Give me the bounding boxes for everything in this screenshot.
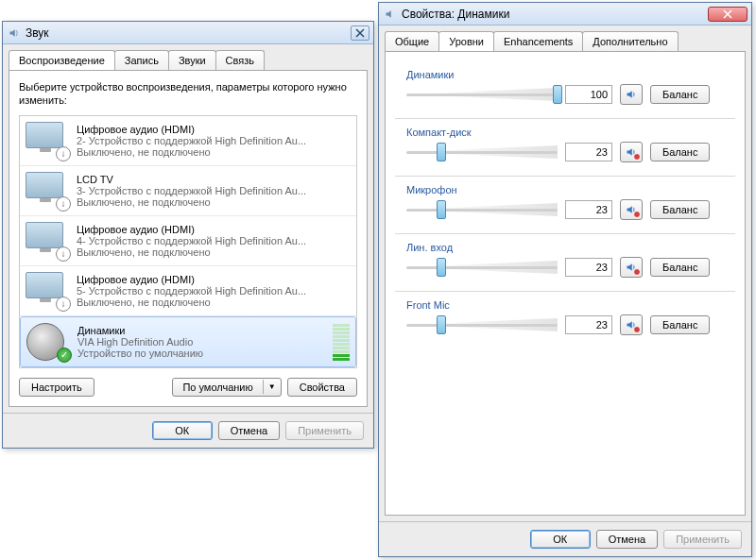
device-status: Выключено, не подключено xyxy=(77,246,351,258)
muted-indicator-icon xyxy=(633,153,641,161)
device-list: ↓Цифровое аудио (HDMI)2- Устройство с по… xyxy=(19,115,357,368)
volume-slider[interactable] xyxy=(406,85,558,104)
tab-уровни[interactable]: Уровни xyxy=(438,31,494,51)
monitor-icon: ↓ xyxy=(26,222,69,260)
close-button[interactable] xyxy=(708,7,747,22)
monitor-icon: ↓ xyxy=(26,122,69,160)
arrow-down-icon: ↓ xyxy=(56,246,71,262)
level-group: ДинамикиБаланс xyxy=(395,69,735,119)
slider-thumb[interactable] xyxy=(437,258,446,277)
arrow-down-icon: ↓ xyxy=(56,297,71,312)
volume-value-input[interactable] xyxy=(565,315,612,334)
apply-button[interactable]: Применить xyxy=(663,530,742,549)
tab-запись[interactable]: Запись xyxy=(114,50,169,70)
device-subtitle: 3- Устройство с поддержкой High Definiti… xyxy=(77,185,351,196)
check-icon: ✓ xyxy=(57,348,72,363)
device-status: Выключено, не подключено xyxy=(77,146,351,158)
volume-value-input[interactable] xyxy=(565,143,612,161)
footer-buttons: ОК Отмена Применить xyxy=(3,413,373,448)
monitor-icon: ↓ xyxy=(26,272,69,310)
titlebar[interactable]: Звук xyxy=(3,22,373,44)
ok-button[interactable]: ОК xyxy=(530,530,591,549)
level-group: МикрофонБаланс xyxy=(395,184,735,234)
properties-button[interactable]: Свойства xyxy=(287,378,357,397)
tab-воспроизведение[interactable]: Воспроизведение xyxy=(9,50,115,70)
level-name: Лин. вход xyxy=(406,242,724,253)
slider-thumb[interactable] xyxy=(437,315,446,334)
volume-value-input[interactable] xyxy=(565,258,612,277)
volume-value-input[interactable] xyxy=(565,85,612,104)
sound-window: Звук ВоспроизведениеЗаписьЗвукиСвязь Выб… xyxy=(2,21,374,449)
muted-indicator-icon xyxy=(633,326,641,333)
mute-button[interactable] xyxy=(620,142,643,162)
device-title: LCD TV xyxy=(77,174,351,185)
device-subtitle: 4- Устройство с поддержкой High Definiti… xyxy=(77,235,351,246)
level-group: Front MicБаланс xyxy=(395,299,735,348)
instruction-text: Выберите устройство воспроизведения, пар… xyxy=(19,80,357,108)
balance-button[interactable]: Баланс xyxy=(650,258,710,277)
device-row[interactable]: ↓Цифровое аудио (HDMI)4- Устройство с по… xyxy=(20,216,356,266)
properties-window: Свойства: Динамики ОбщиеУровниEnhancemen… xyxy=(378,2,752,557)
apply-button[interactable]: Применить xyxy=(285,421,364,440)
device-status: Устройство по умолчанию xyxy=(77,348,327,359)
window-title: Свойства: Динамики xyxy=(402,8,708,21)
device-row[interactable]: ↓Цифровое аудио (HDMI)5- Устройство с по… xyxy=(20,266,356,316)
device-subtitle: VIA High Definition Audio xyxy=(77,336,327,348)
slider-thumb[interactable] xyxy=(553,85,562,104)
device-title: Цифровое аудио (HDMI) xyxy=(77,124,351,135)
device-title: Цифровое аудио (HDMI) xyxy=(77,274,351,285)
slider-thumb[interactable] xyxy=(437,143,446,161)
volume-value-input[interactable] xyxy=(565,200,612,219)
mute-button[interactable] xyxy=(620,84,643,105)
device-subtitle: 5- Устройство с поддержкой High Definiti… xyxy=(77,285,351,297)
tab-дополнительно[interactable]: Дополнительно xyxy=(582,31,678,51)
mute-button[interactable] xyxy=(620,314,643,335)
muted-indicator-icon xyxy=(633,268,641,276)
level-name: Динамики xyxy=(406,69,724,80)
volume-slider[interactable] xyxy=(406,200,558,219)
muted-indicator-icon xyxy=(633,211,641,218)
arrow-down-icon: ↓ xyxy=(56,146,71,161)
tab-enhancements[interactable]: Enhancements xyxy=(493,31,583,51)
balance-button[interactable]: Баланс xyxy=(650,85,710,104)
level-group: Лин. входБаланс xyxy=(395,242,735,292)
balance-button[interactable]: Баланс xyxy=(650,315,710,334)
tabs-bar: ВоспроизведениеЗаписьЗвукиСвязь xyxy=(3,44,373,70)
device-row[interactable]: ↓Цифровое аудио (HDMI)2- Устройство с по… xyxy=(20,116,356,166)
cancel-button[interactable]: Отмена xyxy=(218,421,280,440)
tabs-bar: ОбщиеУровниEnhancementsДополнительно xyxy=(379,25,751,51)
mute-button[interactable] xyxy=(620,257,643,278)
volume-slider[interactable] xyxy=(406,315,558,334)
speaker-icon xyxy=(7,25,22,41)
volume-slider[interactable] xyxy=(406,143,558,161)
device-row[interactable]: ✓ДинамикиVIA High Definition AudioУстрой… xyxy=(20,316,356,367)
chevron-down-icon[interactable]: ▼ xyxy=(263,380,281,394)
cancel-button[interactable]: Отмена xyxy=(596,530,658,549)
level-name: Front Mic xyxy=(406,299,724,311)
mute-button[interactable] xyxy=(620,199,643,220)
level-group: Компакт-дискБаланс xyxy=(395,127,735,177)
level-name: Компакт-диск xyxy=(406,127,724,138)
device-title: Динамики xyxy=(77,325,327,336)
device-status: Выключено, не подключено xyxy=(77,196,351,208)
balance-button[interactable]: Баланс xyxy=(650,143,710,161)
balance-button[interactable]: Баланс xyxy=(650,200,710,219)
configure-button[interactable]: Настроить xyxy=(19,378,94,397)
set-default-button[interactable]: По умолчанию ▼ xyxy=(172,378,281,397)
device-subtitle: 2- Устройство с поддержкой High Definiti… xyxy=(77,135,351,146)
tab-звуки[interactable]: Звуки xyxy=(168,50,216,70)
window-title: Звук xyxy=(26,26,351,40)
ok-button[interactable]: ОК xyxy=(152,421,213,440)
tab-общие[interactable]: Общие xyxy=(385,31,439,51)
slider-thumb[interactable] xyxy=(437,200,446,219)
speaker-icon: ✓ xyxy=(26,323,70,361)
titlebar[interactable]: Свойства: Динамики xyxy=(379,3,751,25)
close-button[interactable] xyxy=(351,25,369,41)
level-meter xyxy=(333,323,350,361)
tab-связь[interactable]: Связь xyxy=(215,50,265,70)
arrow-down-icon: ↓ xyxy=(56,196,71,212)
set-default-label: По умолчанию xyxy=(173,379,262,396)
speaker-icon xyxy=(383,7,398,22)
device-row[interactable]: ↓LCD TV3- Устройство с поддержкой High D… xyxy=(20,166,356,216)
volume-slider[interactable] xyxy=(406,258,558,277)
